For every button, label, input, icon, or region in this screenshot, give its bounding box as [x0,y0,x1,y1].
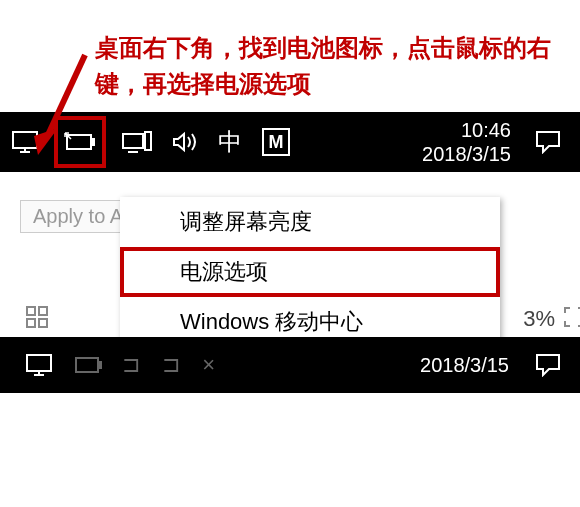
system-tray-2: ⊐ ⊐ × 2018/3/15 [0,337,580,393]
svg-rect-6 [91,139,94,145]
svg-rect-5 [67,135,91,149]
svg-rect-11 [39,307,47,315]
volume-icon[interactable] [168,112,202,172]
svg-rect-10 [27,307,35,315]
svg-rect-7 [123,134,143,148]
partial-percent-text: 3% [523,306,555,332]
clock-date-2[interactable]: 2018/3/15 [420,354,517,377]
system-tray: 中 M 10:46 2018/3/15 [0,112,580,172]
battery-context-menu: 调整屏幕亮度 电源选项 Windows 移动中心 [120,197,500,347]
svg-rect-2 [13,132,37,148]
ime-indicator[interactable]: 中 [214,112,246,172]
svg-rect-12 [27,319,35,327]
monitor-icon[interactable] [8,112,42,172]
svg-rect-17 [76,358,98,372]
svg-rect-9 [145,132,151,150]
obscured-tray-area: ⊐ ⊐ × [122,352,406,378]
svg-rect-14 [27,355,51,371]
battery-icon-2[interactable] [70,337,108,393]
action-center-icon[interactable] [531,112,565,172]
menu-item-brightness[interactable]: 调整屏幕亮度 [120,197,500,247]
monitor-icon-2[interactable] [22,337,56,393]
clock-date: 2018/3/15 [422,142,511,166]
clock-time: 10:46 [422,118,511,142]
project-icon[interactable] [118,112,156,172]
fullscreen-icon[interactable] [563,306,580,332]
svg-rect-18 [98,362,101,368]
action-center-icon-2[interactable] [531,337,565,393]
system-clock[interactable]: 10:46 2018/3/15 [422,118,519,166]
ime-mode-icon[interactable]: M [258,112,294,172]
grid-view-icon[interactable] [25,305,49,333]
battery-icon[interactable] [54,116,106,168]
menu-item-power-options[interactable]: 电源选项 [120,247,500,297]
svg-rect-13 [39,319,47,327]
instruction-text: 桌面右下角，找到电池图标，点击鼠标的右键，再选择电源选项 [0,0,580,112]
